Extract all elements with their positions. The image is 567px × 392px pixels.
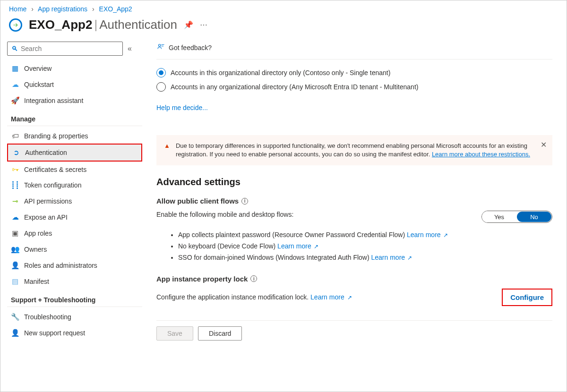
sidebar-item-authentication[interactable]: ➲Authentication xyxy=(7,144,142,162)
feedback-button[interactable]: Got feedback? xyxy=(156,40,552,60)
sidebar-item-new-support-request[interactable]: 👤New support request xyxy=(7,325,142,341)
nav-icon: 🚀 xyxy=(11,96,19,105)
save-button[interactable]: Save xyxy=(156,326,193,341)
nav-icon: ▦ xyxy=(11,64,19,73)
nav-label: API permissions xyxy=(24,197,72,205)
sidebar-item-branding-properties[interactable]: 🏷Branding & properties xyxy=(7,128,142,144)
more-icon[interactable]: ⋯ xyxy=(200,20,207,29)
nav-label: Authentication xyxy=(25,149,67,156)
help-me-decide-link[interactable]: Help me decide... xyxy=(156,104,208,111)
nav-label: Manifest xyxy=(24,278,49,285)
configure-button[interactable]: Configure xyxy=(502,289,552,306)
feedback-icon xyxy=(156,43,165,52)
sidebar-item-owners[interactable]: 👥Owners xyxy=(7,241,142,257)
radio-single-tenant-label: Accounts in this organizational director… xyxy=(171,69,390,77)
app-icon xyxy=(9,18,22,32)
search-field[interactable] xyxy=(21,45,119,52)
radio-single-tenant[interactable]: Accounts in this organizational director… xyxy=(156,68,552,77)
radio-icon xyxy=(156,82,166,92)
page-title: EXO_App2 xyxy=(29,17,92,32)
pin-icon[interactable]: 📌 xyxy=(184,20,193,29)
nav-icon: 🗝 xyxy=(11,165,19,173)
close-icon[interactable]: ✕ xyxy=(541,140,547,150)
search-icon: 🔍︎ xyxy=(11,45,18,52)
nav-icon: ⊸ xyxy=(11,197,19,205)
nav-icon: ☁ xyxy=(11,80,19,89)
sidebar-item-token-configuration[interactable]: ┋┋Token configuration xyxy=(7,177,142,193)
sidebar-item-quickstart[interactable]: ☁Quickstart xyxy=(7,77,142,93)
toggle-yes[interactable]: Yes xyxy=(482,211,516,222)
main-content: Got feedback? Accounts in this organizat… xyxy=(147,40,567,388)
nav-label: Overview xyxy=(24,65,52,72)
flow-item: App collects plaintext password (Resourc… xyxy=(178,230,552,241)
sidebar-item-api-permissions[interactable]: ⊸API permissions xyxy=(7,193,142,209)
flows-list: App collects plaintext password (Resourc… xyxy=(156,230,552,263)
sidebar-item-expose-an-api[interactable]: ☁Expose an API xyxy=(7,209,142,225)
warning-icon: ▲ xyxy=(164,142,170,159)
app-instance-lock-heading: App instance property lock i xyxy=(156,275,552,283)
radio-multitenant[interactable]: Accounts in any organizational directory… xyxy=(156,82,552,92)
svg-point-0 xyxy=(159,44,161,47)
sidebar-item-app-roles[interactable]: ▣App roles xyxy=(7,225,142,241)
nav-label: Token configuration xyxy=(24,181,81,189)
external-link-icon: ↗ xyxy=(406,255,412,261)
advanced-settings-heading: Advanced settings xyxy=(156,177,552,187)
flow-text: SSO for domain-joined Windows (Windows I… xyxy=(178,254,371,261)
nav-label: Certificates & secrets xyxy=(24,166,86,173)
nav-icon: 🏷 xyxy=(11,132,19,140)
chevron-right-icon: › xyxy=(31,5,34,13)
nav-icon: 👤 xyxy=(11,329,19,337)
collapse-sidebar-icon[interactable]: « xyxy=(128,44,132,53)
breadcrumb-app[interactable]: EXO_App2 xyxy=(99,5,132,13)
sidebar-item-certificates-secrets[interactable]: 🗝Certificates & secrets xyxy=(7,162,142,177)
nav-label: Quickstart xyxy=(24,81,54,88)
nav-label: Branding & properties xyxy=(24,132,88,140)
nav-icon: ➲ xyxy=(12,148,20,157)
flow-item: SSO for domain-joined Windows (Windows I… xyxy=(178,252,552,264)
search-input[interactable]: 🔍︎ xyxy=(7,42,123,56)
page-header: EXO_App2 | Authentication 📌 ⋯ xyxy=(0,15,567,40)
nav-icon: ┋┋ xyxy=(11,181,19,189)
title-separator: | xyxy=(94,17,97,32)
sidebar: 🔍︎ « ▦Overview☁Quickstart🚀Integration as… xyxy=(0,40,147,388)
nav-label: Roles and administrators xyxy=(24,262,97,269)
public-client-flows-heading: Allow public client flows i xyxy=(156,197,552,205)
nav-label: Troubleshooting xyxy=(24,313,71,321)
sidebar-item-overview[interactable]: ▦Overview xyxy=(7,60,142,77)
chevron-right-icon: › xyxy=(92,5,94,13)
sidebar-item-manifest[interactable]: ▤Manifest xyxy=(7,273,142,290)
flow-learn-more-link[interactable]: Learn more xyxy=(277,242,311,250)
public-client-flows-desc: Enable the following mobile and desktop … xyxy=(156,211,293,218)
page-subtitle: Authentication xyxy=(99,17,177,32)
external-link-icon: ↗ xyxy=(312,243,318,250)
discard-button[interactable]: Discard xyxy=(198,326,242,341)
nav-icon: ☁ xyxy=(11,213,19,222)
flow-learn-more-link[interactable]: Learn more xyxy=(371,254,405,261)
sidebar-item-roles-and-administrators[interactable]: 👤Roles and administrators xyxy=(7,257,142,273)
public-client-flows-toggle[interactable]: Yes No xyxy=(481,211,552,223)
breadcrumb-home[interactable]: Home xyxy=(9,5,26,13)
nav-icon: 🔧 xyxy=(11,313,19,321)
info-icon[interactable]: i xyxy=(241,198,248,205)
banner-link[interactable]: Learn more about these restrictions. xyxy=(432,151,530,158)
feedback-label: Got feedback? xyxy=(169,44,212,51)
sidebar-section-manage: Manage xyxy=(7,109,142,126)
sidebar-item-integration-assistant[interactable]: 🚀Integration assistant xyxy=(7,93,142,109)
nav-label: Expose an API xyxy=(24,213,68,221)
flow-text: No keyboard (Device Code Flow) xyxy=(178,242,277,250)
nav-label: New support request xyxy=(24,329,85,337)
radio-icon xyxy=(156,68,166,77)
toggle-no[interactable]: No xyxy=(517,212,551,222)
nav-icon: ▤ xyxy=(11,277,19,286)
nav-icon: 👥 xyxy=(11,245,19,254)
breadcrumb-appreg[interactable]: App registrations xyxy=(38,5,87,13)
flow-item: No keyboard (Device Code Flow) Learn mor… xyxy=(178,241,552,252)
footer-bar: Save Discard xyxy=(156,320,552,341)
nav-icon: ▣ xyxy=(11,229,19,238)
breadcrumb: Home › App registrations › EXO_App2 xyxy=(0,0,567,15)
nav-label: App roles xyxy=(24,230,52,237)
flow-learn-more-link[interactable]: Learn more xyxy=(407,231,441,239)
info-icon[interactable]: i xyxy=(250,275,257,282)
app-instance-lock-learn-more[interactable]: Learn more xyxy=(310,293,344,301)
sidebar-item-troubleshooting[interactable]: 🔧Troubleshooting xyxy=(7,309,142,325)
